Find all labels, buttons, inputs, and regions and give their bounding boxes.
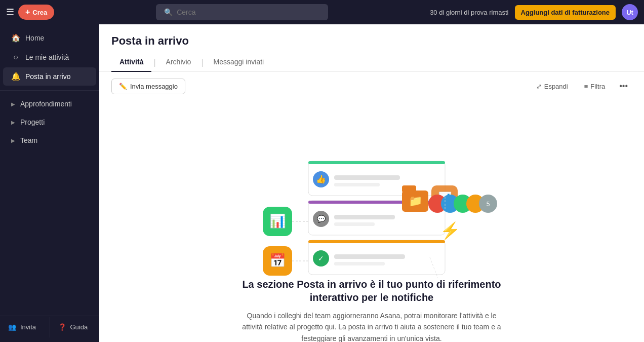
search-input[interactable] bbox=[177, 8, 320, 16]
toolbar-left: ✏️ Invia messaggio bbox=[111, 79, 185, 94]
sidebar-item-my-tasks-label: Le mie attività bbox=[25, 53, 69, 61]
svg-rect-4 bbox=[334, 175, 400, 180]
svg-rect-16 bbox=[334, 254, 405, 259]
send-message-button[interactable]: ✏️ Invia messaggio bbox=[111, 79, 185, 94]
more-icon: ••• bbox=[619, 82, 628, 90]
invite-button[interactable]: 👥 Invita bbox=[0, 316, 50, 338]
sidebar-item-insights[interactable]: ▶ Approfondimenti bbox=[3, 95, 96, 112]
svg-text:5: 5 bbox=[487, 201, 490, 208]
svg-text:✓: ✓ bbox=[318, 254, 324, 262]
chevron-right-icon-3: ▶ bbox=[11, 138, 15, 143]
check-circle-icon: ○ bbox=[11, 53, 20, 62]
svg-rect-17 bbox=[334, 262, 385, 265]
illustration-area: 👍 💬 ✓ bbox=[99, 100, 644, 342]
svg-rect-25 bbox=[402, 185, 416, 193]
trial-text: 30 di giorni di prova rimasti bbox=[430, 9, 508, 16]
bell-icon: 🔔 bbox=[11, 72, 20, 81]
search-bar[interactable]: 🔍 bbox=[156, 4, 328, 20]
chevron-right-icon-2: ▶ bbox=[11, 120, 15, 125]
main-layout: 🏠 Home ○ Le mie attività 🔔 Posta in arri… bbox=[0, 24, 644, 342]
search-icon: 🔍 bbox=[164, 8, 173, 16]
topbar-right: 30 di giorni di prova rimasti Aggiungi d… bbox=[430, 4, 638, 20]
svg-rect-5 bbox=[334, 183, 380, 186]
sidebar-item-insights-label: Approfondimenti bbox=[20, 100, 72, 108]
svg-text:⚡: ⚡ bbox=[440, 221, 460, 240]
svg-rect-10 bbox=[334, 215, 395, 219]
sidebar-item-projects-label: Progetti bbox=[20, 118, 45, 126]
more-button[interactable]: ••• bbox=[615, 78, 632, 94]
description-title: La sezione Posta in arrivo è il tuo punt… bbox=[240, 278, 503, 304]
filter-button[interactable]: ≡ Filtra bbox=[578, 79, 611, 94]
svg-rect-13 bbox=[308, 240, 445, 243]
hamburger-icon[interactable]: ☰ bbox=[6, 7, 14, 18]
tabs: Attività | Archivio | Messaggi inviati bbox=[111, 54, 632, 71]
sidebar: 🏠 Home ○ Le mie attività 🔔 Posta in arri… bbox=[0, 24, 99, 342]
sidebar-item-inbox[interactable]: 🔔 Posta in arrivo bbox=[3, 67, 96, 86]
invite-icon: 👥 bbox=[8, 323, 16, 331]
avatar[interactable]: Ut bbox=[622, 4, 638, 20]
guide-icon: ❓ bbox=[58, 323, 66, 331]
guide-button[interactable]: ❓ Guida bbox=[50, 316, 100, 338]
home-icon: 🏠 bbox=[11, 33, 20, 43]
svg-text:📁: 📁 bbox=[409, 194, 423, 208]
billing-button[interactable]: Aggiungi dati di fatturazione bbox=[515, 5, 616, 20]
topbar-center: 🔍 bbox=[58, 4, 426, 20]
sidebar-item-inbox-label: Posta in arrivo bbox=[25, 72, 70, 81]
create-button[interactable]: + Crea bbox=[18, 5, 54, 20]
expand-label: Espandi bbox=[544, 83, 568, 90]
sidebar-item-team-label: Team bbox=[20, 136, 37, 144]
tab-sent[interactable]: Messaggi inviati bbox=[206, 54, 272, 72]
plus-icon: + bbox=[25, 8, 30, 17]
content-area: Posta in arrivo Attività | Archivio | Me… bbox=[99, 24, 644, 342]
svg-text:💬: 💬 bbox=[317, 215, 326, 223]
filter-label: Filtra bbox=[590, 83, 605, 90]
sidebar-item-home-label: Home bbox=[25, 34, 44, 42]
content-header: Posta in arrivo Attività | Archivio | Me… bbox=[99, 24, 644, 72]
send-message-label: Invia messaggio bbox=[130, 83, 178, 90]
svg-text:📅: 📅 bbox=[269, 252, 286, 269]
svg-text:👍: 👍 bbox=[316, 174, 326, 184]
description-text: Quando i colleghi del team aggiorneranno… bbox=[240, 310, 503, 342]
edit-icon: ✏️ bbox=[119, 83, 127, 90]
illustration: 👍 💬 ✓ bbox=[230, 110, 513, 278]
expand-icon: ⤢ bbox=[536, 83, 542, 90]
topbar: ☰ + Crea 🔍 30 di giorni di prova rimasti… bbox=[0, 0, 644, 24]
invite-label: Invita bbox=[20, 323, 36, 331]
create-label: Crea bbox=[32, 9, 47, 16]
topbar-left: ☰ + Crea bbox=[6, 5, 54, 20]
expand-button[interactable]: ⤢ Espandi bbox=[530, 79, 574, 94]
svg-text:📊: 📊 bbox=[269, 213, 286, 229]
toolbar-right: ⤢ Espandi ≡ Filtra ••• bbox=[530, 78, 632, 94]
sidebar-item-projects[interactable]: ▶ Progetti bbox=[3, 113, 96, 131]
toolbar: ✏️ Invia messaggio ⤢ Espandi ≡ Filtra ••… bbox=[99, 72, 644, 100]
tab-activity[interactable]: Attività bbox=[111, 54, 151, 72]
sidebar-divider-1 bbox=[0, 90, 99, 91]
guide-label: Guida bbox=[70, 323, 88, 331]
sidebar-item-home[interactable]: 🏠 Home bbox=[3, 29, 96, 47]
sidebar-item-my-tasks[interactable]: ○ Le mie attività bbox=[3, 48, 96, 66]
sidebar-item-team[interactable]: ▶ Team bbox=[3, 132, 96, 149]
chevron-right-icon: ▶ bbox=[11, 101, 15, 107]
svg-rect-1 bbox=[308, 161, 445, 164]
page-title: Posta in arrivo bbox=[111, 34, 632, 48]
filter-icon: ≡ bbox=[584, 83, 588, 90]
tab-archive[interactable]: Archivio bbox=[158, 54, 199, 72]
tab-separator-1: | bbox=[151, 58, 157, 67]
sidebar-bottom: 👥 Invita ❓ Guida bbox=[0, 316, 99, 338]
svg-rect-11 bbox=[334, 222, 375, 226]
description-area: La sezione Posta in arrivo è il tuo punt… bbox=[240, 278, 503, 342]
tab-separator-2: | bbox=[199, 58, 205, 67]
